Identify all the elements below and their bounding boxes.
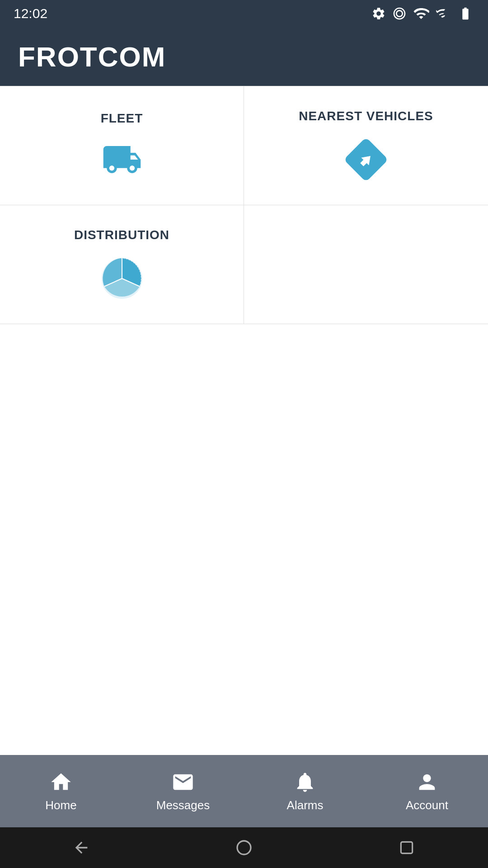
direction-icon — [343, 137, 389, 182]
fleet-item[interactable]: FLEET — [0, 86, 244, 205]
android-nav-bar — [0, 827, 488, 868]
home-icon — [49, 770, 73, 794]
bottom-nav: Home Messages Alarms Account — [0, 755, 488, 827]
nav-item-messages[interactable]: Messages — [138, 770, 228, 812]
signal-icon — [436, 6, 450, 21]
app-logo: FROTCOM — [18, 41, 166, 73]
nav-item-home[interactable]: Home — [16, 770, 106, 812]
svg-rect-6 — [401, 842, 412, 853]
main-content — [0, 324, 488, 755]
android-back-button[interactable] — [70, 836, 93, 859]
settings-icon — [371, 6, 386, 21]
nav-home-label: Home — [45, 798, 76, 812]
android-recents-button[interactable] — [395, 836, 418, 859]
status-time: 12:02 — [14, 6, 47, 21]
battery-icon — [456, 6, 474, 21]
android-home-button[interactable] — [233, 836, 255, 859]
alarms-icon — [293, 770, 317, 794]
nav-alarms-label: Alarms — [287, 798, 324, 812]
svg-point-5 — [237, 841, 251, 854]
nav-item-account[interactable]: Account — [382, 770, 472, 812]
messages-icon — [171, 770, 195, 794]
nearest-vehicles-label: NEAREST VEHICLES — [299, 109, 433, 123]
distribution-item[interactable]: DISTRIBUTION — [0, 205, 244, 324]
nearest-vehicles-item[interactable]: NEAREST VEHICLES — [244, 86, 488, 205]
nav-messages-label: Messages — [156, 798, 210, 812]
pie-chart-icon — [99, 256, 145, 301]
circle-icon — [392, 6, 407, 21]
wifi-icon — [413, 5, 429, 22]
account-icon — [415, 770, 439, 794]
app-header: FROTCOM — [0, 27, 488, 86]
menu-grid: FLEET NEAREST VEHICLES DISTRIBUTION — [0, 86, 488, 324]
status-icons — [371, 5, 474, 22]
truck-icon — [97, 139, 147, 180]
distribution-label: DISTRIBUTION — [74, 228, 169, 242]
empty-grid-item — [244, 205, 488, 324]
nav-account-label: Account — [406, 798, 448, 812]
fleet-label: FLEET — [101, 111, 143, 126]
status-bar: 12:02 — [0, 0, 488, 27]
nav-item-alarms[interactable]: Alarms — [260, 770, 350, 812]
